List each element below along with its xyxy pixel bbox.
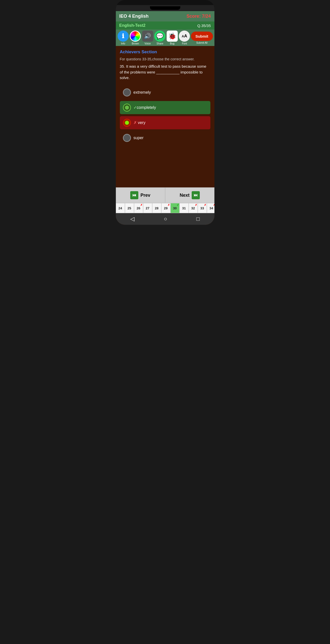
content-area: Achievers Section For questions 33-35,ch… <box>116 46 214 187</box>
recents-icon[interactable]: □ <box>196 216 200 222</box>
radio-b-inner <box>125 106 129 110</box>
info-icon: ℹ <box>118 31 129 42</box>
prev-label: Prev <box>140 193 150 198</box>
option-d[interactable]: super <box>120 131 210 144</box>
q-num-33[interactable]: 33✗ <box>198 203 207 213</box>
option-d-label: super <box>134 136 144 140</box>
q-num-26[interactable]: 26✗ <box>134 203 143 213</box>
q-num-31[interactable]: 31 <box>180 203 189 213</box>
q-num-27[interactable]: 27 <box>143 203 152 213</box>
radio-d <box>123 134 131 142</box>
brown-button[interactable]: Brown <box>129 31 141 45</box>
bug-button[interactable]: 🐞 Bug <box>166 31 178 45</box>
submit-button[interactable]: Submit <box>191 32 213 41</box>
bug-icon: 🐞 <box>167 31 178 42</box>
option-b-label: ✓completely <box>134 105 156 110</box>
prev-button[interactable]: ⏮ Prev <box>116 187 165 203</box>
option-b[interactable]: ✓completely <box>120 101 210 114</box>
header-subtitle-bar: English-Test2 Q.35/35 <box>116 21 214 30</box>
question-counter: Q.35/35 <box>197 23 211 28</box>
back-icon[interactable]: ◁ <box>130 216 135 222</box>
radio-b <box>123 104 131 112</box>
share-label: Share <box>157 42 163 45</box>
voice-button[interactable]: 🔊 Voice <box>142 31 154 45</box>
brown-label: Brown <box>132 42 139 45</box>
voice-icon: 🔊 <box>142 31 153 42</box>
option-a-label: extremely <box>134 90 151 95</box>
next-icon: ⏭ <box>192 191 200 199</box>
app-title: IEO 4 English <box>119 14 149 19</box>
radio-c-inner <box>125 121 129 125</box>
font-label: Font <box>182 42 187 45</box>
info-label: Info <box>121 42 125 45</box>
next-label: Next <box>180 193 189 198</box>
voice-label: Voice <box>145 42 151 45</box>
option-c[interactable]: ✗ very <box>120 116 210 129</box>
radio-c <box>123 119 131 127</box>
brown-icon <box>130 31 141 42</box>
prev-icon: ⏮ <box>130 191 138 199</box>
q-num-25[interactable]: 25 <box>125 203 134 213</box>
option-a[interactable]: extremely <box>120 86 210 99</box>
q-num-32[interactable]: 32✗ <box>189 203 198 213</box>
font-icon: AA <box>179 31 190 42</box>
q-num-30[interactable]: 30✓ <box>170 203 180 213</box>
section-title: Achievers Section <box>120 49 210 55</box>
bug-label: Bug <box>170 42 174 45</box>
font-button[interactable]: AA Font <box>179 31 190 45</box>
options-list: extremely ✓completely ✗ very <box>120 86 210 144</box>
submit-all-button[interactable]: Submit Submit All <box>191 32 213 44</box>
test-name: English-Test2 <box>119 23 146 28</box>
header-title-bar: IEO 4 English Score: 7/24 <box>116 11 214 21</box>
q-num-29[interactable]: 29✗ <box>161 203 170 213</box>
share-button[interactable]: 💬 Share <box>154 31 166 45</box>
toolbar: ℹ Info Brown 🔊 Voice 💬 Share 🐞 Bug <box>116 30 214 46</box>
submit-all-label: Submit All <box>196 41 207 44</box>
nav-bar: ⏮ Prev Next ⏭ <box>116 187 214 203</box>
q-num-28[interactable]: 28 <box>152 203 161 213</box>
share-icon: 💬 <box>154 31 165 42</box>
question-text: 35. It was a very difficult test to pass… <box>120 64 210 81</box>
radio-a <box>123 88 131 96</box>
bottom-nav: ◁ ○ □ <box>116 213 214 225</box>
option-c-label: ✗ very <box>134 120 146 125</box>
q-num-34[interactable]: 34✗ <box>207 203 214 213</box>
q-num-24[interactable]: 24 <box>116 203 125 213</box>
home-icon[interactable]: ○ <box>164 216 167 222</box>
info-button[interactable]: ℹ Info <box>117 31 129 45</box>
score-display: Score: 7/24 <box>186 14 211 19</box>
instruction-text: For questions 33-35,choose the correct a… <box>120 57 210 61</box>
question-numbers: 24 25 26✗ 27 28 29✗ 30✓ 31 32✗ 33✗ 34✗ 3… <box>116 203 214 213</box>
next-button[interactable]: Next ⏭ <box>165 187 214 203</box>
